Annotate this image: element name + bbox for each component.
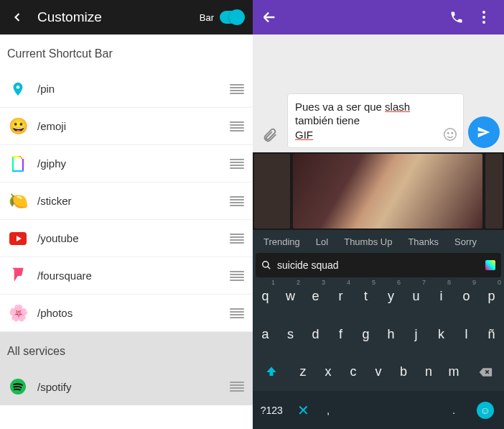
key-x[interactable]: x bbox=[316, 354, 341, 392]
shortcut-label: /giphy bbox=[37, 157, 230, 170]
gif-category[interactable]: Trending bbox=[256, 236, 308, 247]
gif-thumb[interactable] bbox=[293, 154, 482, 229]
keyboard-row-3: zxcvbnm bbox=[253, 354, 504, 392]
comma-key[interactable]: , bbox=[316, 391, 341, 429]
gif-thumb[interactable] bbox=[254, 154, 290, 229]
close-keyboard-key[interactable]: ✕ bbox=[291, 391, 316, 429]
key-c[interactable]: c bbox=[341, 354, 366, 392]
current-shortcut-heading: Current Shortcut Bar bbox=[0, 34, 253, 70]
spotify-icon bbox=[9, 377, 27, 396]
shortcut-row[interactable]: /spotify bbox=[0, 368, 253, 405]
key-j[interactable]: j bbox=[403, 315, 429, 354]
keyboard: qwertyuiop asdfghjklñ zxcvbnm ?123 ✕ , .… bbox=[253, 277, 504, 429]
emoji-key[interactable]: ☺ bbox=[467, 391, 505, 429]
customize-panel: Customize Bar Current Shortcut Bar /pin😀… bbox=[0, 0, 253, 429]
symbols-key[interactable]: ?123 bbox=[253, 391, 291, 429]
youtube-icon bbox=[9, 229, 27, 248]
shortcut-label: /pin bbox=[37, 83, 230, 95]
giphy-icon[interactable] bbox=[485, 260, 495, 270]
pin-icon bbox=[9, 80, 27, 98]
msg-text-slash: slash bbox=[385, 101, 410, 113]
gif-search-row[interactable]: suicide squad bbox=[256, 253, 501, 277]
key-u[interactable]: u bbox=[403, 277, 429, 315]
gif-category[interactable]: Sorry bbox=[447, 236, 485, 247]
svg-point-12 bbox=[482, 16, 485, 19]
sticker-icon: 🍋 bbox=[9, 192, 27, 211]
bar-toggle[interactable] bbox=[220, 11, 244, 24]
bar-toggle-label: Bar bbox=[200, 12, 214, 23]
send-button[interactable] bbox=[468, 116, 500, 148]
message-input[interactable]: Pues va a ser que slash también tiene GI… bbox=[287, 93, 464, 149]
drag-handle-icon[interactable] bbox=[230, 308, 244, 318]
key-h[interactable]: h bbox=[378, 315, 403, 354]
backspace-key[interactable] bbox=[467, 354, 505, 392]
key-q[interactable]: q bbox=[253, 277, 278, 315]
shortcut-list: /pin😀/emoji/giphy🍋/sticker/youtube/fours… bbox=[0, 70, 253, 332]
gif-category[interactable]: Lol bbox=[308, 236, 336, 247]
key-g[interactable]: g bbox=[353, 315, 378, 354]
back-icon[interactable] bbox=[9, 9, 26, 26]
key-p[interactable]: p bbox=[479, 277, 504, 315]
key-l[interactable]: l bbox=[454, 315, 479, 354]
key-i[interactable]: i bbox=[429, 277, 454, 315]
key-t[interactable]: t bbox=[353, 277, 378, 315]
shortcut-row[interactable]: /giphy bbox=[0, 145, 253, 183]
key-y[interactable]: y bbox=[378, 277, 403, 315]
drag-handle-icon[interactable] bbox=[230, 84, 244, 94]
shortcut-label: /photos bbox=[37, 307, 230, 319]
svg-point-0 bbox=[17, 85, 20, 88]
key-ñ[interactable]: ñ bbox=[479, 315, 504, 354]
drag-handle-icon[interactable] bbox=[230, 159, 244, 169]
gif-category[interactable]: Thumbs Up bbox=[336, 236, 400, 247]
drag-handle-icon[interactable] bbox=[230, 196, 244, 206]
shortcut-row[interactable]: /foursquare bbox=[0, 257, 253, 295]
key-b[interactable]: b bbox=[391, 354, 416, 392]
gif-category[interactable]: Thanks bbox=[400, 236, 447, 247]
msg-text-2: también tiene bbox=[295, 114, 360, 126]
chat-back-icon[interactable] bbox=[261, 9, 441, 26]
all-services-list: /spotify bbox=[0, 368, 253, 405]
svg-rect-6 bbox=[19, 156, 21, 157]
more-icon[interactable] bbox=[472, 6, 495, 29]
key-v[interactable]: v bbox=[366, 354, 391, 392]
shortcut-row[interactable]: 😀/emoji bbox=[0, 108, 253, 145]
key-o[interactable]: o bbox=[454, 277, 479, 315]
key-r[interactable]: r bbox=[328, 277, 353, 315]
svg-point-14 bbox=[444, 129, 457, 141]
keyboard-row-4: ?123 ✕ , . ☺ bbox=[253, 391, 504, 429]
customize-title: Customize bbox=[37, 9, 200, 25]
drag-handle-icon[interactable] bbox=[230, 234, 244, 244]
shortcut-label: /sticker bbox=[37, 195, 230, 207]
keyboard-row-2: asdfghjklñ bbox=[253, 315, 504, 354]
drag-handle-icon[interactable] bbox=[230, 121, 244, 132]
shortcut-row[interactable]: 🍋/sticker bbox=[0, 183, 253, 220]
shortcut-row[interactable]: /youtube bbox=[0, 220, 253, 257]
key-z[interactable]: z bbox=[291, 354, 316, 392]
shortcut-row[interactable]: /pin bbox=[0, 70, 253, 108]
shortcut-row[interactable]: 🌸/photos bbox=[0, 295, 253, 332]
keyboard-row-1: qwertyuiop bbox=[253, 277, 504, 315]
space-key[interactable] bbox=[341, 391, 442, 429]
key-a[interactable]: a bbox=[253, 315, 278, 354]
key-k[interactable]: k bbox=[429, 315, 454, 354]
shift-key[interactable] bbox=[253, 354, 291, 392]
chat-header bbox=[253, 0, 504, 34]
key-f[interactable]: f bbox=[328, 315, 353, 354]
call-icon[interactable] bbox=[445, 6, 468, 29]
key-d[interactable]: d bbox=[303, 315, 328, 354]
key-w[interactable]: w bbox=[278, 277, 303, 315]
drag-handle-icon[interactable] bbox=[230, 382, 244, 392]
key-s[interactable]: s bbox=[278, 315, 303, 354]
shortcut-label: /emoji bbox=[37, 120, 230, 132]
emoji-icon[interactable] bbox=[442, 126, 459, 143]
shortcut-label: /foursquare bbox=[37, 269, 230, 282]
gif-thumb[interactable] bbox=[485, 154, 503, 229]
drag-handle-icon[interactable] bbox=[230, 271, 244, 281]
key-m[interactable]: m bbox=[442, 354, 467, 392]
key-e[interactable]: e bbox=[303, 277, 328, 315]
chat-area: Pues va a ser que slash también tiene GI… bbox=[253, 34, 504, 152]
key-n[interactable]: n bbox=[416, 354, 442, 392]
gif-search-input[interactable]: suicide squad bbox=[277, 259, 339, 271]
period-key[interactable]: . bbox=[442, 391, 467, 429]
attach-icon[interactable] bbox=[257, 122, 283, 148]
